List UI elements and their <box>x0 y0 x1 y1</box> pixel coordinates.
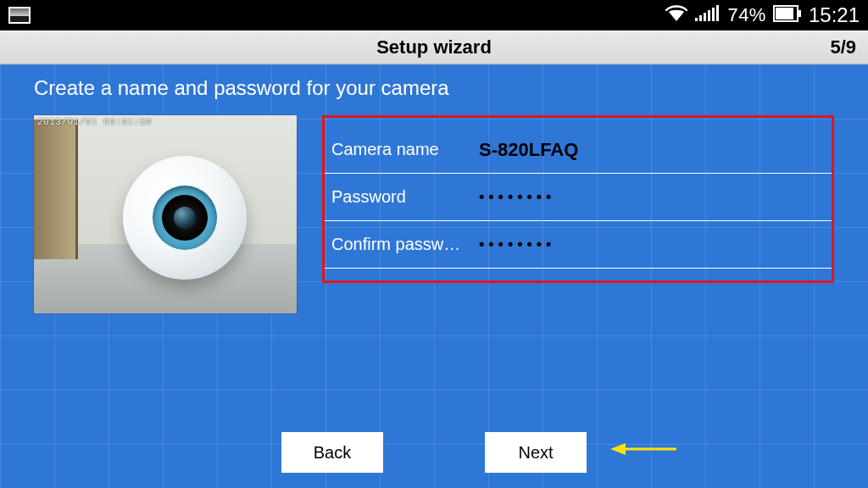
svg-marker-10 <box>610 443 626 455</box>
password-row[interactable]: Password •••••••• <box>325 174 832 221</box>
camera-preview-image: 2013/01/01 00:01:50 <box>34 115 297 313</box>
svg-rect-8 <box>798 10 801 17</box>
cell-signal-icon <box>695 4 721 26</box>
content-area: Create a name and password for your came… <box>0 64 868 488</box>
password-input[interactable]: •••••••• <box>479 188 555 206</box>
camera-credentials-form: Camera name Password •••••••• Confirm pa… <box>322 115 834 283</box>
confirm-password-row[interactable]: Confirm passw… •••••••• <box>325 221 832 269</box>
svg-rect-2 <box>704 13 706 21</box>
svg-rect-5 <box>716 5 719 21</box>
camera-name-input[interactable] <box>479 139 823 161</box>
camera-timestamp: 2013/01/01 00:01:50 <box>37 117 152 127</box>
annotation-arrow-icon <box>610 441 678 458</box>
status-clock: 15:21 <box>809 3 860 27</box>
wifi-icon <box>665 4 688 26</box>
wizard-step: 5/9 <box>830 36 856 58</box>
next-button[interactable]: Next <box>485 432 587 473</box>
password-label: Password <box>331 187 474 207</box>
battery-icon <box>773 5 802 25</box>
svg-rect-3 <box>708 10 710 21</box>
notification-icon <box>8 7 31 24</box>
camera-name-row[interactable]: Camera name <box>325 126 832 174</box>
title-bar: Setup wizard 5/9 <box>0 30 868 64</box>
back-button[interactable]: Back <box>281 432 383 473</box>
svg-rect-7 <box>776 8 793 19</box>
camera-name-label: Camera name <box>331 140 474 159</box>
battery-percentage: 74% <box>727 4 766 26</box>
confirm-password-label: Confirm passw… <box>331 235 474 254</box>
page-title: Setup wizard <box>376 36 492 58</box>
svg-rect-1 <box>699 15 702 21</box>
nav-buttons: Back Next <box>0 432 868 473</box>
android-status-bar: 74% 15:21 <box>0 0 868 30</box>
svg-rect-4 <box>712 8 715 21</box>
svg-rect-0 <box>695 18 698 21</box>
section-heading: Create a name and password for your came… <box>34 76 834 100</box>
confirm-password-input[interactable]: •••••••• <box>479 236 555 253</box>
